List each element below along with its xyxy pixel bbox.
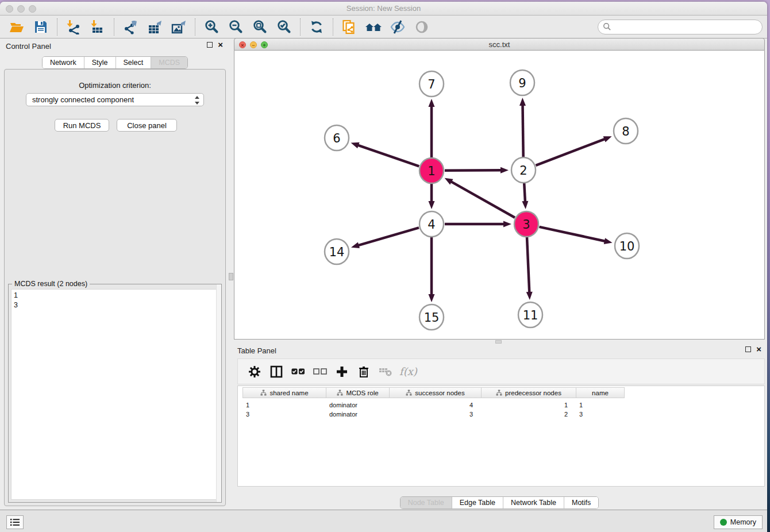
tab-network-table[interactable]: Network Table xyxy=(503,497,564,508)
task-history-button[interactable] xyxy=(6,515,24,529)
refresh-layout-icon[interactable] xyxy=(308,18,325,36)
save-session-icon[interactable] xyxy=(32,18,49,36)
cell-name[interactable]: 1 xyxy=(576,400,623,410)
tab-node-table[interactable]: Node Table xyxy=(401,497,452,508)
column-header-successor-nodes[interactable]: successor nodes xyxy=(390,388,482,398)
graph-node-2[interactable]: 2 xyxy=(511,157,536,183)
import-table-icon[interactable] xyxy=(89,18,106,36)
visual-style-icon[interactable] xyxy=(389,18,406,36)
column-header-predecessor-nodes[interactable]: predecessor nodes xyxy=(482,388,576,398)
zoom-out-icon[interactable] xyxy=(227,18,244,36)
svg-text:1: 1 xyxy=(428,164,435,178)
graph-node-8[interactable]: 8 xyxy=(614,118,638,144)
column-view-icon[interactable] xyxy=(268,364,284,380)
graph-node-6[interactable]: 6 xyxy=(325,125,349,151)
cell-predecessor-nodes[interactable]: 1 xyxy=(481,400,576,410)
mcds-result-text[interactable]: 1 3 xyxy=(11,289,219,500)
graph-edge-2-3[interactable] xyxy=(522,183,528,209)
cell-mcds-role[interactable]: dominator xyxy=(326,410,389,419)
close-panel-button[interactable]: Close panel xyxy=(117,119,177,132)
search-box[interactable] xyxy=(598,20,763,34)
graph-node-9[interactable]: 9 xyxy=(510,70,534,95)
graph-edge-1-6[interactable] xyxy=(351,142,419,167)
tab-select[interactable]: Select xyxy=(116,57,152,68)
tab-style[interactable]: Style xyxy=(84,57,116,68)
import-network-icon[interactable] xyxy=(65,18,82,36)
delete-column-icon[interactable] xyxy=(356,364,372,380)
cell-successor-nodes[interactable]: 4 xyxy=(389,400,481,410)
svg-text:7: 7 xyxy=(428,78,435,91)
toolbar-separator xyxy=(333,18,333,36)
graph-node-14[interactable]: 14 xyxy=(325,239,349,264)
table-panel-title: Table Panel xyxy=(237,346,276,355)
export-image-icon[interactable] xyxy=(170,18,187,36)
graph-edge-4-3[interactable] xyxy=(445,221,511,228)
tab-network[interactable]: Network xyxy=(43,57,84,68)
select-all-icon[interactable] xyxy=(290,364,306,380)
network-canvas[interactable]: 7968124314101511 xyxy=(234,51,765,340)
gear-icon[interactable] xyxy=(247,364,263,380)
optimization-criterion-dropdown[interactable]: strongly connected component xyxy=(26,93,204,106)
list-icon xyxy=(10,518,20,527)
cell-mcds-role[interactable]: dominator xyxy=(326,400,389,410)
close-table-panel-icon[interactable]: × xyxy=(756,346,761,352)
cell-name[interactable]: 3 xyxy=(576,410,623,419)
cell-predecessor-nodes[interactable]: 2 xyxy=(481,410,576,419)
search-icon xyxy=(603,22,611,31)
graph-node-10[interactable]: 10 xyxy=(615,233,639,259)
graph-node-1[interactable]: 1 xyxy=(419,158,444,183)
column-header-mcds-role[interactable]: MCDS role xyxy=(326,388,390,398)
tab-edge-table[interactable]: Edge Table xyxy=(452,497,503,508)
search-input[interactable] xyxy=(615,22,757,31)
table-row[interactable]: 1 dominator 4 1 1 xyxy=(242,400,623,410)
graph-edge-3-10[interactable] xyxy=(539,227,612,244)
graph-node-11[interactable]: 11 xyxy=(518,302,542,327)
export-network-icon[interactable] xyxy=(122,18,139,36)
zoom-fit-icon[interactable] xyxy=(251,18,268,36)
svg-text:2: 2 xyxy=(519,164,527,178)
float-table-panel-icon[interactable] xyxy=(745,346,751,352)
dropdown-stepper-icon xyxy=(194,95,200,105)
control-panel-tabs: Network Style Select MCDS xyxy=(0,56,230,69)
run-mcds-button[interactable]: Run MCDS xyxy=(55,119,109,132)
tab-mcds[interactable]: MCDS xyxy=(151,57,187,68)
graph-edge-2-8[interactable] xyxy=(536,136,611,165)
graph-edge-3-1[interactable] xyxy=(445,178,515,218)
cell-shared-name[interactable]: 3 xyxy=(242,410,326,419)
vertical-splitter-grip[interactable] xyxy=(229,273,233,280)
cell-shared-name[interactable]: 1 xyxy=(242,400,326,410)
network-window-titlebar[interactable]: × − + scc.txt xyxy=(234,38,765,51)
zoom-in-icon[interactable] xyxy=(203,18,220,36)
column-header-shared-name[interactable]: shared name xyxy=(243,388,326,398)
graph-edge-3-11[interactable] xyxy=(526,237,533,300)
duplicate-network-icon[interactable] xyxy=(341,18,358,36)
graph-node-4[interactable]: 4 xyxy=(419,211,444,237)
home-icon[interactable] xyxy=(365,18,382,36)
deselect-all-icon[interactable] xyxy=(312,364,328,380)
zoom-selected-icon[interactable] xyxy=(275,18,292,36)
result-scrollbar[interactable] xyxy=(216,284,221,502)
float-panel-icon[interactable] xyxy=(207,42,213,48)
graph-node-3[interactable]: 3 xyxy=(514,211,538,237)
close-panel-icon[interactable]: × xyxy=(218,42,223,48)
table-row[interactable]: 3 dominator 3 2 3 xyxy=(242,410,623,419)
graph-edge-1-4[interactable] xyxy=(429,184,435,209)
table-panel-header: Table Panel × xyxy=(234,342,765,357)
graph-edge-4-14[interactable] xyxy=(351,228,419,248)
cell-successor-nodes[interactable]: 3 xyxy=(389,410,481,419)
column-header-name[interactable]: name xyxy=(576,388,624,398)
add-column-icon[interactable] xyxy=(334,364,350,380)
tab-motifs[interactable]: Motifs xyxy=(564,497,598,508)
graph-node-7[interactable]: 7 xyxy=(419,71,444,97)
export-table-icon[interactable] xyxy=(146,18,163,36)
memory-button[interactable]: Memory xyxy=(714,515,763,529)
graph-edge-4-15[interactable] xyxy=(429,237,435,302)
graph-edge-1-2[interactable] xyxy=(445,167,509,174)
graphics-details-icon[interactable] xyxy=(413,18,430,36)
memory-status-icon xyxy=(720,519,727,526)
open-session-icon[interactable] xyxy=(8,18,25,36)
graph-edge-1-7[interactable] xyxy=(429,99,435,157)
svg-text:3: 3 xyxy=(522,218,530,232)
graph-node-15[interactable]: 15 xyxy=(419,304,444,330)
graph-edge-2-9[interactable] xyxy=(519,98,526,157)
